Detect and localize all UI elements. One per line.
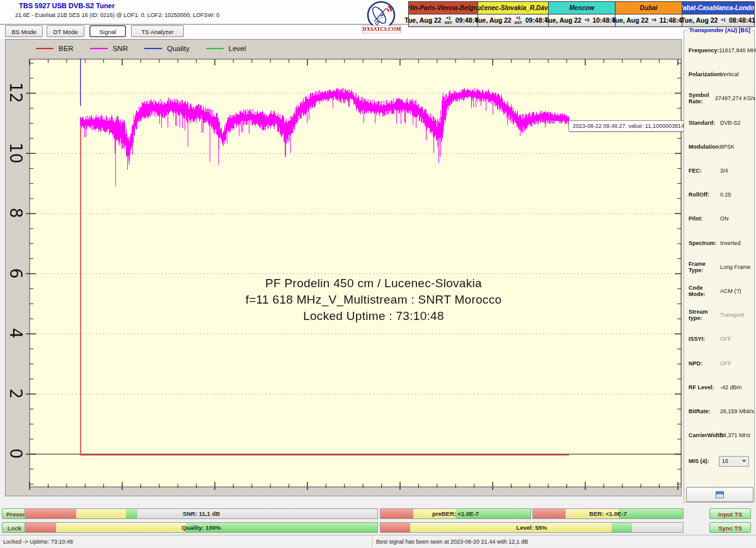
- clock-dubai: DubaiTue, Aug 22+411:48:41: [616, 2, 682, 26]
- transponder-row-label: ISSYI:: [684, 336, 720, 342]
- transponder-row-label: Stream type:: [684, 309, 720, 321]
- offset-value: +1: [721, 18, 725, 23]
- clock-time: Tue, Aug 22+1DST09:48:41: [409, 14, 478, 26]
- transponder-row-value: 26,159 Mbit/s: [720, 408, 754, 414]
- tab-bs-mode[interactable]: BS Mode: [5, 25, 43, 37]
- y-axis-label-12: 12: [0, 82, 35, 103]
- offset-value: +4: [651, 18, 656, 23]
- transponder-row-value: 27497,274 KS/s: [715, 95, 755, 101]
- clock-city-label: Dubai: [616, 2, 682, 14]
- transponder-row-label: NPD:: [684, 360, 720, 367]
- transponder-row-value: OFF: [720, 360, 731, 367]
- status-divider: [372, 537, 373, 547]
- transponder-row-label: Polarization:: [684, 71, 720, 77]
- header-separator: [0, 24, 408, 25]
- meter-snr: SNR: 11,1 dB: [25, 508, 378, 519]
- transponder-row-polarization: Polarization:Vertical: [684, 62, 755, 86]
- mis-select[interactable]: 16: [719, 456, 749, 467]
- y-axis-label-4: 4: [0, 323, 35, 344]
- logo-text: DXSATCS.COM: [362, 25, 401, 33]
- transponder-row-code-mode: Code Mode:ACM (?): [684, 279, 755, 303]
- transponder-row-label: Symbol Rate:: [684, 92, 715, 105]
- transponder-row-value: Vertical: [720, 71, 739, 77]
- transponder-row-label: Spectrum:: [684, 240, 720, 246]
- meter-label: BER: <1.0E-7: [533, 509, 683, 518]
- indicator-input-ts[interactable]: Input TS: [709, 508, 751, 519]
- best-signal-status: Best signal has been seen at 2023-08-20 …: [376, 535, 528, 548]
- transponder-row-value: 0.25: [720, 191, 731, 198]
- meter-label: Level: 55%: [381, 523, 683, 532]
- clock-lu-enec-slovakia-r-d-vid: Lučenec-Slovakia_R.DávidTue, Aug 22+1DST…: [478, 2, 549, 26]
- annotation-line: Locked Uptime : 73:10:48: [186, 308, 561, 324]
- clock-date: Tue, Aug 22: [681, 16, 718, 24]
- meter-label: SNR: 11,1 dB: [25, 509, 377, 518]
- clock-time: Tue, Aug 22+310:48:41: [549, 14, 615, 26]
- transponder-row-frequency: Frequency:11617,840 MHz: [684, 38, 755, 62]
- y-axis-label-8: 8: [0, 202, 35, 224]
- annotation-line: f=11 618 MHz_V_Multistream : SNRT Morocc…: [186, 292, 561, 308]
- clock-berlin-paris-vienna-belgrade: Berlin-Paris-Vienna-BelgradeTue, Aug 22+…: [409, 2, 478, 26]
- tab-dt-mode[interactable]: DT Mode: [47, 25, 84, 37]
- transponder-row-label: Modulation:: [684, 144, 720, 150]
- annotation-line: PF Prodelin 450 cm / Lucenec-Slovakia: [186, 275, 561, 292]
- satellite-subtitle: 21.6E - Eutelsat 21B SES 16 (ID: 0216) @…: [15, 12, 219, 18]
- transponder-panel: Transponder (AU) [BS] Frequency:11617,84…: [684, 30, 755, 503]
- meter-label: Quality: 100%: [25, 523, 377, 532]
- transponder-row-standard: Standard:DVB-S2: [684, 111, 755, 135]
- utc-offset: +1: [721, 18, 725, 23]
- clock-date: Tue, Aug 22: [612, 16, 648, 24]
- transponder-row-label: FEC:: [684, 168, 720, 174]
- transponder-row-value: OFF: [720, 336, 731, 342]
- transponder-row-value: ACM (?): [720, 288, 742, 294]
- utc-offset: +4: [651, 18, 656, 23]
- clock-city-label: Lučenec-Slovakia_R.Dávid: [478, 2, 548, 14]
- report-icon: [716, 491, 724, 498]
- clock-time: Tue, Aug 22+1DST09:48:41: [478, 14, 548, 26]
- lock-uptime-status: Locked -> Uptime: 73:10:48: [3, 535, 73, 548]
- transponder-row-rolloff: RollOff:0.25: [684, 183, 755, 207]
- transponder-row-value: 34,371 MHz: [720, 432, 751, 438]
- y-axis-label-0: 0: [0, 443, 35, 464]
- meter-label: preBER: <1.0E-7: [381, 509, 530, 518]
- header: TBS 5927 USB DVB-S2 Tuner 21.6E - Eutels…: [0, 0, 756, 39]
- transponder-row-modulation: Modulation:8PSK: [684, 135, 755, 159]
- tab-signal-mon[interactable]: Signal Mon.: [89, 25, 126, 37]
- clock-moscow: MoscowTue, Aug 22+310:48:41: [549, 2, 616, 26]
- y-axis-label-2: 2: [0, 383, 35, 404]
- transponder-row-label: RollOff:: [684, 191, 720, 198]
- tuner-app-window: TBS 5927 USB DVB-S2 Tuner 21.6E - Eutels…: [0, 0, 756, 548]
- meter-level: Level: 55%: [380, 522, 684, 533]
- transponder-row-value: Inverted: [720, 240, 741, 246]
- transponder-row-carrierwidth: CarrierWidth:34,371 MHz: [684, 423, 755, 447]
- transponder-row-bitrate: BitRate:26,159 Mbit/s: [684, 399, 755, 423]
- transponder-row-stream-type: Stream type:Transport: [684, 303, 755, 327]
- transponder-rows: Frequency:11617,840 MHzPolarization:Vert…: [684, 38, 755, 447]
- indicator-lock[interactable]: Lock: [2, 522, 27, 533]
- transponder-row-symbol-rate: Symbol Rate:27497,274 KS/s: [684, 86, 755, 110]
- meter-ber: BER: <1.0E-7: [532, 508, 684, 519]
- transponder-panel-title: Transponder (AU) [BS]: [687, 27, 752, 33]
- clock-city-label: Moscow: [549, 2, 615, 14]
- value-tooltip: 2023-08-22 09.48.27, value: 11,100000381…: [568, 120, 698, 132]
- transponder-row-label: Standard:: [684, 120, 720, 126]
- indicator-present[interactable]: Present: [2, 508, 27, 519]
- tab-ts-analyzer-ok[interactable]: TS Analyzer (OK): [131, 25, 184, 37]
- clock-hms: 08:48:41: [729, 16, 755, 24]
- transponder-row-value: 3/4: [720, 168, 728, 174]
- transponder-row-label: RF Level:: [684, 384, 720, 391]
- meter-preber: preBER: <1.0E-7: [380, 508, 531, 519]
- utc-offset: +1DST: [445, 16, 452, 25]
- transponder-row-npd: NPD:OFF: [684, 351, 755, 375]
- clock-time: Tue, Aug 22+108:48:41: [682, 14, 754, 26]
- chevron-down-icon: [742, 460, 746, 462]
- indicator-sync-ts[interactable]: Sync TS: [709, 522, 751, 533]
- utc-offset: +3: [585, 18, 589, 23]
- transponder-row-fec: FEC:3/4: [684, 159, 755, 183]
- status-bar: Locked -> Uptime: 73:10:48 Best signal h…: [0, 535, 756, 548]
- transponder-row-value: 11617,840 MHz: [719, 47, 756, 54]
- transponder-row-frame-type: Frame Type:Long Frame: [684, 255, 755, 279]
- transponder-row-rf-level: RF Level:-42 dBm: [684, 375, 755, 399]
- mis-selected-value: 16: [722, 458, 728, 464]
- panel-action-button[interactable]: [686, 487, 753, 502]
- transponder-row-value: ON: [720, 215, 729, 222]
